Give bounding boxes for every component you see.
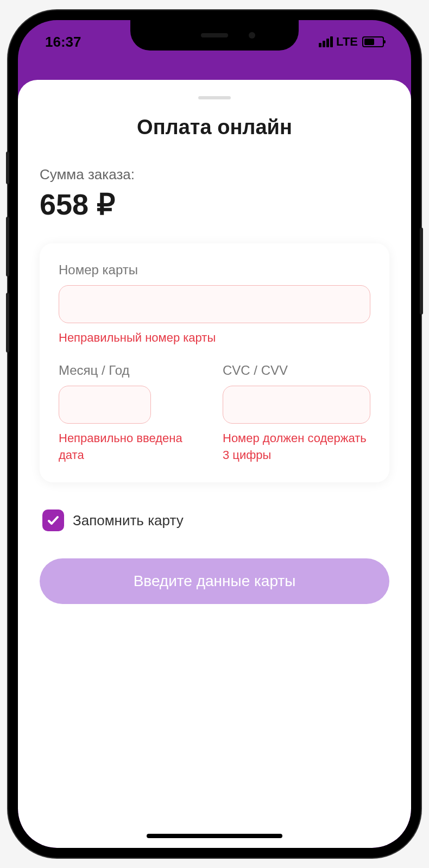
phone-screen: 16:37 LTE Оплата онлайн Сумма заказа: 6: [18, 20, 411, 848]
checkmark-icon: [47, 514, 60, 527]
cvc-input[interactable]: [223, 386, 370, 424]
page-title: Оплата онлайн: [18, 116, 411, 139]
expiry-field-group: Месяц / Год Неправильно введена дата: [59, 363, 206, 464]
card-form: Номер карты Неправильный номер карты Мес…: [40, 243, 389, 482]
status-time: 16:37: [45, 34, 81, 51]
cvc-field-group: CVC / CVV Номер должен содержать 3 цифры: [223, 363, 370, 464]
payment-sheet: Оплата онлайн Сумма заказа: 658 ₽ Номер …: [18, 80, 411, 848]
order-total-amount: 658 ₽: [40, 187, 389, 222]
submit-button[interactable]: Введите данные карты: [40, 558, 389, 604]
status-right: LTE: [319, 35, 384, 49]
remember-card-label: Запомнить карту: [73, 512, 184, 529]
cvc-label: CVC / CVV: [223, 363, 370, 378]
signal-icon: [319, 36, 333, 47]
remember-card-checkbox[interactable]: [42, 510, 64, 531]
expiry-cvc-row: Месяц / Год Неправильно введена дата CVC…: [59, 363, 370, 464]
card-number-field-group: Номер карты Неправильный номер карты: [59, 262, 370, 347]
card-number-input[interactable]: [59, 285, 370, 323]
remember-card-row: Запомнить карту: [40, 510, 389, 531]
cvc-error: Номер должен содержать 3 цифры: [223, 430, 370, 464]
notch: [130, 20, 299, 51]
card-number-error: Неправильный номер карты: [59, 330, 370, 347]
card-number-label: Номер карты: [59, 262, 370, 278]
sheet-handle[interactable]: [198, 96, 231, 99]
expiry-label: Месяц / Год: [59, 363, 206, 378]
order-total-label: Сумма заказа:: [40, 166, 389, 183]
home-indicator[interactable]: [147, 834, 282, 838]
battery-icon: [362, 36, 384, 47]
expiry-error: Неправильно введена дата: [59, 430, 206, 464]
phone-frame: 16:37 LTE Оплата онлайн Сумма заказа: 6: [8, 10, 421, 858]
expiry-input[interactable]: [59, 386, 151, 424]
content-area: Сумма заказа: 658 ₽ Номер карты Неправил…: [18, 166, 411, 604]
network-label: LTE: [336, 35, 358, 49]
